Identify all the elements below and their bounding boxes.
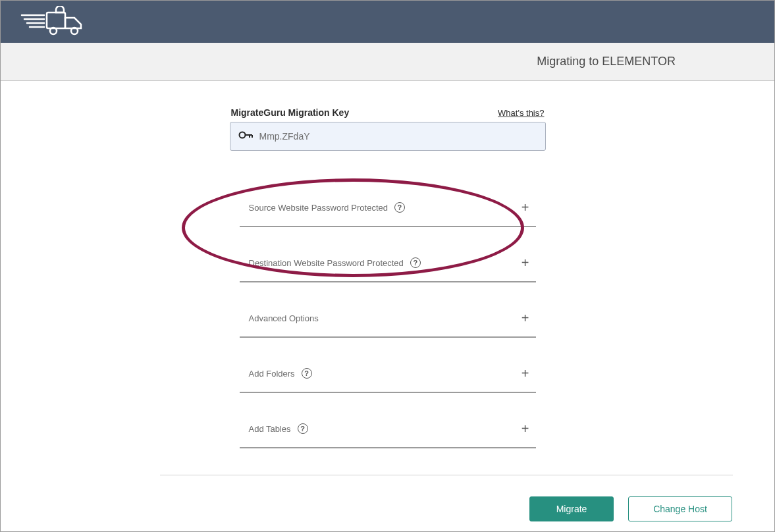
accordion-advanced-options[interactable]: Advanced Options + — [240, 298, 536, 338]
svg-rect-4 — [47, 13, 65, 28]
accordion-label: Add Tables — [249, 424, 291, 434]
accordion-label: Destination Website Password Protected — [249, 258, 404, 268]
horizontal-divider — [160, 475, 733, 475]
options-list: Source Website Password Protected ? + De… — [240, 188, 536, 448]
whats-this-link[interactable]: What's this? — [498, 108, 544, 118]
help-icon[interactable]: ? — [410, 257, 421, 268]
accordion-source-password[interactable]: Source Website Password Protected ? + — [240, 188, 536, 227]
accordion-add-tables[interactable]: Add Tables ? + — [240, 409, 536, 448]
migration-key-input-wrap[interactable] — [230, 122, 546, 151]
key-icon — [238, 130, 253, 142]
plus-icon: + — [521, 201, 533, 214]
plus-icon: + — [521, 367, 533, 380]
accordion-label: Add Folders — [249, 369, 295, 379]
migration-key-section: MigrateGuru Migration Key What's this? — [230, 107, 546, 151]
help-icon[interactable]: ? — [394, 202, 405, 213]
help-icon[interactable]: ? — [298, 423, 308, 434]
help-icon[interactable]: ? — [302, 368, 312, 379]
plus-icon: + — [521, 311, 533, 325]
svg-point-7 — [239, 132, 245, 138]
accordion-destination-password[interactable]: Destination Website Password Protected ?… — [240, 243, 536, 282]
page-title: Migrating to ELEMENTOR — [537, 55, 676, 68]
accordion-label: Advanced Options — [249, 313, 319, 323]
migration-key-input[interactable] — [259, 131, 537, 142]
migration-key-label: MigrateGuru Migration Key — [231, 107, 350, 118]
change-host-button[interactable]: Change Host — [628, 496, 732, 521]
sub-header: Migrating to ELEMENTOR — [1, 43, 774, 81]
plus-icon: + — [521, 256, 533, 269]
logo-truck-icon — [16, 6, 89, 38]
top-header — [1, 1, 774, 43]
plus-icon: + — [521, 422, 533, 435]
accordion-label: Source Website Password Protected — [249, 203, 388, 213]
footer-actions: Migrate Change Host — [529, 496, 732, 521]
accordion-add-folders[interactable]: Add Folders ? + — [240, 354, 536, 393]
migrate-button[interactable]: Migrate — [529, 496, 614, 521]
